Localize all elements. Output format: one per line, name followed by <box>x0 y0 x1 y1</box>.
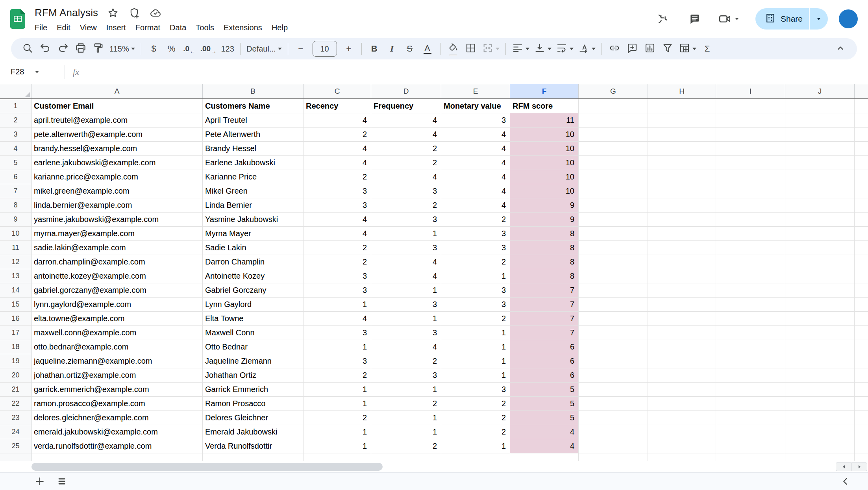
cell[interactable] <box>648 184 716 198</box>
cell[interactable] <box>716 383 785 397</box>
cell[interactable] <box>648 213 716 227</box>
cell[interactable] <box>716 156 785 170</box>
cell[interactable]: 1 <box>304 397 371 411</box>
cell[interactable]: Customers Name <box>203 99 304 113</box>
cell[interactable] <box>648 128 716 142</box>
cell[interactable] <box>648 255 716 269</box>
cell[interactable]: Monetary value <box>441 99 510 113</box>
cell[interactable]: 1 <box>304 425 371 439</box>
cell[interactable] <box>785 340 855 354</box>
cell[interactable] <box>785 312 855 326</box>
column-header-F[interactable]: F <box>510 84 579 98</box>
cell[interactable]: brandy.hessel@example.com <box>31 142 203 156</box>
cell[interactable]: pete.altenwerth@example.com <box>31 128 203 142</box>
cell[interactable]: yasmine.jakubowski@example.com <box>31 213 203 227</box>
row-header[interactable]: 15 <box>0 298 31 312</box>
cell[interactable]: Verda Runolfsdottir <box>203 439 304 453</box>
cell[interactable]: 4 <box>304 312 371 326</box>
cell[interactable]: 1 <box>371 411 441 425</box>
name-box[interactable]: F28 <box>0 67 60 76</box>
cell[interactable]: 2 <box>371 439 441 453</box>
cell[interactable] <box>716 340 785 354</box>
cell[interactable]: 3 <box>304 269 371 283</box>
borders-icon[interactable] <box>462 41 479 57</box>
cell[interactable] <box>716 453 785 461</box>
cell[interactable] <box>648 383 716 397</box>
row-header[interactable]: 19 <box>0 354 31 368</box>
cell[interactable]: 3 <box>304 354 371 368</box>
row-header[interactable]: 5 <box>0 156 31 170</box>
decrease-decimal-places-button[interactable]: .0← <box>181 41 198 57</box>
cell[interactable] <box>579 354 648 368</box>
cell[interactable]: 4 <box>441 128 510 142</box>
cell[interactable] <box>716 283 785 298</box>
cell[interactable] <box>855 241 868 255</box>
cell[interactable] <box>855 184 868 198</box>
column-header-G[interactable]: G <box>579 84 648 98</box>
cell[interactable]: 3 <box>441 298 510 312</box>
cell[interactable]: 2 <box>371 156 441 170</box>
select-all-corner[interactable] <box>0 84 31 98</box>
sheets-logo-icon[interactable] <box>10 9 25 29</box>
cell[interactable] <box>579 142 648 156</box>
print-icon[interactable] <box>72 41 89 57</box>
cell[interactable] <box>716 170 785 184</box>
cell[interactable] <box>855 113 868 128</box>
cell[interactable] <box>716 312 785 326</box>
text-color-button[interactable]: A <box>419 41 436 57</box>
cell[interactable] <box>579 255 648 269</box>
cell[interactable] <box>785 411 855 425</box>
cell[interactable]: 4 <box>371 255 441 269</box>
row-header[interactable]: 13 <box>0 269 31 283</box>
cell[interactable]: Linda Bernier <box>203 198 304 213</box>
cell[interactable] <box>579 227 648 241</box>
cell[interactable]: Myrna Mayer <box>203 227 304 241</box>
cell[interactable]: Mikel Green <box>203 184 304 198</box>
cell[interactable]: april.treutel@example.com <box>31 113 203 128</box>
cell[interactable]: 7 <box>510 326 579 340</box>
cell[interactable]: 4 <box>304 156 371 170</box>
cell[interactable] <box>648 368 716 383</box>
functions-button[interactable]: Σ <box>699 41 716 57</box>
cell[interactable]: Yasmine Jakubowski <box>203 213 304 227</box>
cell[interactable]: 3 <box>371 368 441 383</box>
column-header-C[interactable]: C <box>304 84 371 98</box>
cell[interactable] <box>785 298 855 312</box>
cell[interactable]: 10 <box>510 156 579 170</box>
cell[interactable] <box>785 227 855 241</box>
cell[interactable] <box>716 255 785 269</box>
cell[interactable] <box>855 340 868 354</box>
cell[interactable] <box>716 425 785 439</box>
cell[interactable]: 8 <box>510 255 579 269</box>
cell[interactable]: 1 <box>441 439 510 453</box>
cell[interactable] <box>785 184 855 198</box>
cell[interactable] <box>855 453 868 461</box>
cell[interactable] <box>855 227 868 241</box>
format-as-currency-button[interactable]: $ <box>145 41 163 57</box>
cell[interactable]: RFM score <box>510 99 579 113</box>
font-size-value[interactable]: 10 <box>313 41 337 57</box>
cell[interactable]: Maxwell Conn <box>203 326 304 340</box>
cell[interactable] <box>855 156 868 170</box>
cell[interactable] <box>648 142 716 156</box>
cell[interactable]: 1 <box>441 326 510 340</box>
horizontal-scrollbar-thumb[interactable] <box>31 463 383 471</box>
cell[interactable]: 4 <box>371 113 441 128</box>
cell[interactable] <box>785 142 855 156</box>
row-header[interactable]: 11 <box>0 241 31 255</box>
cell[interactable]: Delores Gleichner <box>203 411 304 425</box>
cell[interactable]: 5 <box>510 397 579 411</box>
cell[interactable]: 4 <box>371 269 441 283</box>
row-header[interactable]: 20 <box>0 368 31 383</box>
cell[interactable] <box>785 283 855 298</box>
menu-help[interactable]: Help <box>267 22 292 33</box>
menu-file[interactable]: File <box>30 22 52 33</box>
cell[interactable]: elta.towne@example.com <box>31 312 203 326</box>
star-icon[interactable] <box>107 7 119 19</box>
cell[interactable]: Lynn Gaylord <box>203 298 304 312</box>
cell[interactable] <box>785 113 855 128</box>
cell[interactable]: lynn.gaylord@example.com <box>31 298 203 312</box>
cell[interactable]: Sadie Lakin <box>203 241 304 255</box>
scroll-right-button[interactable] <box>851 462 867 471</box>
formula-input[interactable] <box>79 60 868 84</box>
